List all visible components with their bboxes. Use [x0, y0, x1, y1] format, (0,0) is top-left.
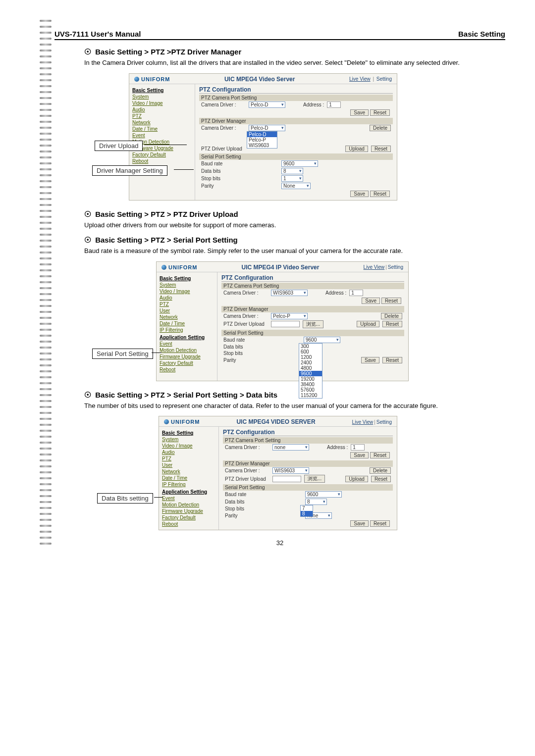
reset-button[interactable]: Reset: [371, 476, 391, 482]
live-view-link[interactable]: Live View: [352, 419, 374, 425]
sidebar-item[interactable]: User: [160, 307, 214, 314]
save-button[interactable]: Save: [361, 357, 379, 363]
sidebar-item[interactable]: System: [160, 282, 214, 288]
stopbits-select[interactable]: 1: [281, 175, 303, 182]
setting-link[interactable]: Setting: [376, 76, 392, 82]
sidebar-app-setting[interactable]: Application Setting: [160, 334, 214, 341]
sidebar-item[interactable]: Network: [162, 468, 215, 475]
dropdown-open[interactable]: Pelco-D Pelco-P WIS9603: [247, 131, 277, 149]
option[interactable]: Pelco-P: [247, 137, 277, 143]
save-button[interactable]: Save: [362, 298, 380, 304]
sidebar-item[interactable]: Factory Default: [160, 360, 214, 366]
sidebar-item[interactable]: PTZ: [160, 301, 214, 307]
sidebar-basic-setting[interactable]: Basic Setting: [132, 87, 192, 94]
option[interactable]: 2400: [299, 360, 322, 365]
sidebar-item[interactable]: Network: [132, 119, 192, 126]
baud-dropdown-open[interactable]: 300 600 1200 2400 4800 9600 19200 38400 …: [299, 343, 322, 399]
setting-link[interactable]: Setting: [388, 264, 403, 270]
reset-button[interactable]: Reset: [382, 321, 402, 327]
option[interactable]: 38400: [299, 382, 322, 387]
sidebar-item[interactable]: Event: [162, 495, 215, 502]
option[interactable]: 300: [299, 344, 322, 349]
sidebar-item[interactable]: Audio: [162, 449, 215, 455]
option[interactable]: Pelco-D: [247, 132, 277, 137]
option[interactable]: 600: [299, 349, 322, 354]
option[interactable]: 115200: [299, 393, 322, 398]
sidebar-item[interactable]: Date / Time: [160, 320, 214, 327]
sidebar-item[interactable]: Video / Image: [160, 288, 214, 295]
sidebar-basic-setting[interactable]: Basic Setting: [162, 430, 215, 436]
camdriver-mgr-select[interactable]: WIS9603: [272, 467, 309, 474]
sidebar-item[interactable]: Factory Default: [162, 514, 215, 521]
save-button[interactable]: Save: [350, 520, 369, 527]
camdriver-mgr-select[interactable]: Pelco-D: [249, 125, 285, 131]
sidebar-item[interactable]: Firmware Upgrade: [160, 353, 214, 360]
sidebar-item[interactable]: PTZ: [132, 113, 192, 119]
reset-button[interactable]: Reset: [370, 109, 390, 116]
camdriver-mgr-select[interactable]: Pelco-P: [271, 313, 308, 319]
sidebar-app-setting[interactable]: Application Setting: [162, 489, 215, 495]
option[interactable]: 7: [301, 505, 313, 511]
option[interactable]: 19200: [299, 376, 322, 382]
sidebar-item[interactable]: User: [162, 462, 215, 468]
sidebar-item[interactable]: Date / Time: [162, 475, 215, 481]
option[interactable]: 8: [301, 511, 313, 516]
parity-select[interactable]: None: [281, 183, 311, 189]
sidebar-basic-setting[interactable]: Basic Setting: [160, 275, 214, 282]
sidebar-item[interactable]: Factory Default: [132, 151, 192, 158]
reset-button[interactable]: Reset: [382, 357, 402, 363]
sidebar-item[interactable]: System: [162, 436, 215, 443]
upload-button[interactable]: Upload: [357, 321, 379, 327]
address-input[interactable]: 1: [327, 101, 341, 108]
upload-path[interactable]: [271, 321, 300, 327]
delete-button[interactable]: Delete: [370, 125, 391, 131]
baud-select[interactable]: 9600: [281, 160, 318, 167]
upload-button[interactable]: Upload: [345, 146, 368, 152]
address-input[interactable]: 1: [349, 290, 363, 296]
option[interactable]: 57600: [299, 387, 322, 393]
sidebar-item[interactable]: PTZ: [162, 455, 215, 462]
sidebar-item[interactable]: IP Filtering: [162, 481, 215, 488]
reset-button[interactable]: Reset: [381, 298, 401, 304]
live-view-link[interactable]: Live View: [349, 76, 371, 82]
live-view-link[interactable]: Live View: [364, 264, 385, 270]
save-button[interactable]: Save: [350, 109, 369, 116]
reset-button[interactable]: Reset: [370, 191, 390, 197]
sidebar-item[interactable]: Date / Time: [132, 126, 192, 132]
save-button[interactable]: Save: [350, 191, 369, 197]
browse-button[interactable]: 浏览...: [303, 320, 323, 328]
sidebar-item[interactable]: Reboot: [132, 158, 192, 164]
reset-button[interactable]: Reset: [370, 452, 390, 458]
upload-button[interactable]: Upload: [345, 476, 368, 482]
sidebar-item[interactable]: Reboot: [162, 521, 215, 527]
option[interactable]: 9600: [299, 371, 322, 376]
sidebar-item[interactable]: Event: [132, 132, 192, 139]
sidebar-item[interactable]: IP Filtering: [160, 327, 214, 333]
reset-button[interactable]: Reset: [370, 520, 390, 527]
reset-button[interactable]: Reset: [371, 146, 391, 152]
baud-select[interactable]: 9600: [304, 337, 340, 343]
sidebar-item[interactable]: Event: [160, 341, 214, 347]
databits-select[interactable]: 8: [305, 499, 327, 505]
databits-select[interactable]: 8: [281, 168, 303, 174]
sidebar-item[interactable]: Audio: [132, 106, 192, 113]
save-button[interactable]: Save: [350, 452, 369, 458]
sidebar-item[interactable]: Firmware Upgrade: [162, 508, 215, 514]
sidebar-item[interactable]: Motion Detection: [162, 502, 215, 508]
sidebar-item[interactable]: Video / Image: [162, 443, 215, 449]
databits-dropdown-open[interactable]: 7 8: [300, 505, 313, 517]
upload-path[interactable]: [272, 476, 301, 482]
camdriver-port-select[interactable]: none: [272, 444, 309, 451]
option[interactable]: 4800: [299, 365, 322, 371]
sidebar-item[interactable]: Motion Detection: [160, 347, 214, 353]
browse-button[interactable]: 浏览...: [304, 475, 325, 483]
address-input[interactable]: 1: [351, 444, 365, 451]
sidebar-item[interactable]: System: [132, 94, 192, 100]
option[interactable]: 1200: [299, 354, 322, 360]
baud-select[interactable]: 9600: [305, 491, 342, 498]
sidebar-item[interactable]: Audio: [160, 295, 214, 301]
setting-link[interactable]: Setting: [376, 419, 392, 425]
delete-button[interactable]: Delete: [370, 467, 391, 474]
sidebar-item[interactable]: Video / Image: [132, 100, 192, 106]
camdriver-port-select[interactable]: WIS9603: [271, 290, 308, 296]
